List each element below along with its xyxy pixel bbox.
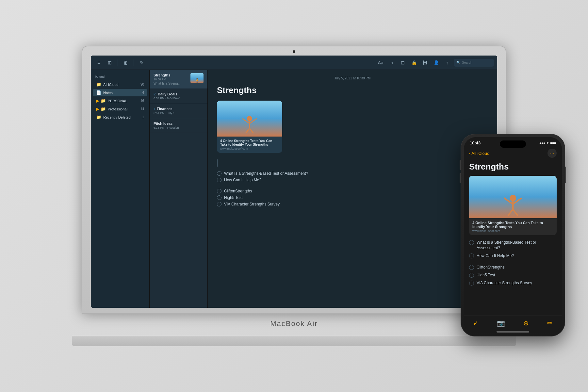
compose-button[interactable]: ✎ (137, 58, 146, 67)
note-item-title: Pitch Ideas (154, 122, 204, 125)
checkbox-1[interactable] (217, 171, 221, 176)
table-button[interactable]: ⊟ (398, 58, 407, 67)
checklist-label: VIA Character Strengths Survey (224, 202, 280, 206)
iphone-more-button[interactable]: ··· (547, 149, 557, 158)
note-item-meta: 6:51 PM · July 1 (154, 111, 204, 115)
iphone-nav: ‹ All iCloud ··· (469, 147, 557, 160)
svg-text:🧍: 🧍 (195, 78, 200, 83)
iphone-screen: 10:43 ●●● ▾ ■■■ ‹ All iCl (464, 137, 562, 333)
trash-button[interactable]: 🗑 (121, 58, 130, 67)
folder-icon: 📁 (96, 115, 101, 120)
checkbox-3[interactable] (217, 189, 221, 193)
iphone-checklist-label: VIA Character Strengths Survey (477, 280, 532, 286)
note-item-preview: What Is a Streng... (154, 82, 188, 85)
iphone-content: ‹ All iCloud ··· Strengths (464, 147, 562, 316)
note-card-title: 4 Online Strengths Tests You Can Take to… (220, 139, 279, 146)
sidebar-item-all-icloud[interactable]: 📁 All iCloud 90 (93, 81, 147, 88)
sidebar-item-label: Notes (103, 91, 140, 95)
folder-icon: ▶ 📁 (96, 98, 106, 103)
iphone-checklist-item-4: High5 Test (469, 272, 557, 278)
iphone-checklist-label: CliftonStrengths (477, 265, 504, 270)
iphone-power-button[interactable] (565, 167, 566, 183)
checkbox-2[interactable] (217, 178, 221, 182)
iphone-link-card[interactable]: 4 Online Strengths Tests You Can Take to… (469, 176, 557, 235)
sidebar-item-count: 4 (142, 91, 144, 94)
iphone-vol-down-button[interactable] (460, 173, 461, 183)
folder-icon: ▶ 📁 (96, 106, 106, 111)
sidebar-item-professional[interactable]: ▶ 📁 Professional 14 (93, 105, 147, 113)
macbook-base (72, 336, 516, 346)
iphone-add-button[interactable]: ⊕ (523, 319, 529, 327)
note-link-card[interactable]: 4 Online Strengths Tests You Can Take to… (217, 101, 282, 153)
sidebar-item-personal[interactable]: ▶ 📁 PERSONAL 16 (93, 97, 147, 105)
macbook: ≡ ⊞ 🗑 ✎ Aa ○ ⊟ 🔒 🖼 👤 ↑ (82, 46, 506, 346)
people-button[interactable]: 👤 (432, 58, 441, 67)
iphone-checkbox-2[interactable] (469, 253, 474, 258)
iphone-compose-button[interactable]: ✏ (547, 319, 553, 327)
iphone-checklist-label: What Is a Strengths-Based Test or Assess… (477, 240, 557, 251)
iphone-checklist-item-5: VIA Character Strengths Survey (469, 280, 557, 286)
photo-button[interactable]: 🖼 (420, 58, 430, 67)
sidebar-item-label: All iCloud (103, 83, 139, 87)
sidebar-item-recently-deleted[interactable]: 📁 Recently Deleted 1 (93, 113, 147, 121)
checklist-item-4: High5 Test (217, 195, 488, 200)
macbook-screen: ≡ ⊞ 🗑 ✎ Aa ○ ⊟ 🔒 🖼 👤 ↑ (91, 56, 497, 308)
note-item-title: Strengths (154, 73, 188, 77)
sidebar-item-label: Professional (108, 107, 139, 111)
iphone-checklist-button[interactable]: ✓ (473, 319, 479, 327)
wifi-icon: ▾ (547, 141, 548, 145)
iphone-checklist-item-2: How Can It Help Me? (469, 253, 557, 259)
iphone-back-button[interactable]: ‹ All iCloud (469, 151, 489, 156)
note-card-url: www.makeuseof.com (220, 147, 279, 150)
iphone-vol-up-button[interactable] (460, 160, 461, 170)
svg-point-3 (247, 116, 252, 121)
list-view-button[interactable]: ≡ (94, 58, 103, 67)
iphone-checkbox-3[interactable] (469, 265, 474, 270)
note-card-image (217, 101, 282, 137)
sidebar-section-label: iCloud (91, 74, 149, 80)
iphone-checklist-label: How Can It Help Me? (477, 253, 514, 259)
lock-button[interactable]: 🔒 (409, 58, 418, 67)
folder-icon: 📁 (96, 82, 101, 87)
checklist-item-5: VIA Character Strengths Survey (217, 202, 488, 206)
note-item-meta: 6:15 PM · Inception (154, 126, 204, 129)
search-input[interactable] (462, 61, 491, 64)
sidebar: iCloud 📁 All iCloud 90 📄 Notes 4 (91, 70, 150, 308)
svg-point-10 (510, 195, 516, 201)
checkbox-5[interactable] (217, 202, 221, 206)
check-button[interactable]: ○ (387, 58, 396, 67)
note-title: Strengths (217, 85, 488, 95)
iphone-checklist-label: High5 Test (477, 272, 495, 278)
ellipsis-icon: ··· (550, 151, 554, 156)
sidebar-item-notes[interactable]: 📄 Notes 4 (93, 89, 147, 96)
sidebar-item-count: 16 (140, 99, 144, 103)
note-item-title: Finances (157, 107, 172, 111)
macbook-label: MacBook Air (270, 319, 318, 328)
checklist-label: What Is a Strengths-Based Test or Assess… (224, 171, 308, 176)
grid-view-button[interactable]: ⊞ (105, 58, 114, 67)
macbook-lid: ≡ ⊞ 🗑 ✎ Aa ○ ⊟ 🔒 🖼 👤 ↑ (82, 46, 506, 314)
notes-toolbar: ≡ ⊞ 🗑 ✎ Aa ○ ⊟ 🔒 🖼 👤 ↑ (91, 56, 497, 70)
iphone-checkbox-4[interactable] (469, 273, 474, 278)
note-item-meta: 10:38 PM (154, 78, 188, 81)
checklist-label: CliftonStrengths (224, 189, 252, 193)
iphone-card-image (469, 176, 557, 218)
note-thumbnail: 🧍 (190, 73, 204, 83)
search-container: 🔍 (454, 59, 494, 67)
font-button[interactable]: Aa (376, 58, 385, 67)
note-item-strengths[interactable]: Strengths 10:38 PM What Is a Streng... (150, 70, 207, 89)
note-item-finances[interactable]: ○ Finances 6:51 PM · July 1 (150, 104, 207, 118)
iphone-checkbox-5[interactable] (469, 281, 474, 286)
checkbox-4[interactable] (217, 195, 221, 200)
iphone-camera-button[interactable]: 📷 (497, 319, 505, 327)
iphone-checkbox-1[interactable] (469, 240, 474, 245)
share-button[interactable]: ↑ (443, 58, 452, 67)
iphone-bottom-bar: ✓ 📷 ⊕ ✏ (464, 316, 562, 330)
note-item-daily-goals[interactable]: ☑ Daily Goals 6:54 PM · MONDAY (150, 89, 207, 104)
iphone-note-title: Strengths (469, 162, 557, 172)
checklist-item-3: CliftonStrengths (217, 189, 488, 193)
note-item-pitch-ideas[interactable]: Pitch Ideas 6:15 PM · Inception (150, 118, 207, 133)
note-item-title: Daily Goals (158, 92, 177, 96)
iphone-card-url: www.makeuseof.com (472, 229, 553, 233)
iphone-checklist-item-1: What Is a Strengths-Based Test or Assess… (469, 240, 557, 251)
